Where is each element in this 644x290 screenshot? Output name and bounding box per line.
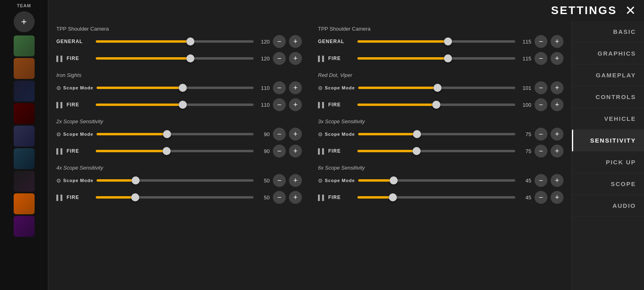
slider-thumb[interactable] bbox=[186, 54, 194, 62]
slider-thumb[interactable] bbox=[179, 101, 187, 109]
nav-item-vehicle[interactable]: VEHICLE bbox=[572, 108, 644, 130]
minus-button[interactable]: − bbox=[535, 191, 547, 204]
slider-track-container[interactable] bbox=[357, 40, 515, 43]
plus-button[interactable]: + bbox=[551, 81, 564, 94]
slider-label: ⊙ Scope Mode bbox=[318, 131, 355, 137]
slider-track-container[interactable] bbox=[96, 104, 254, 106]
slider-track-container[interactable] bbox=[96, 40, 254, 43]
avatar[interactable] bbox=[14, 81, 35, 102]
slider-thumb[interactable] bbox=[389, 193, 397, 201]
slider-thumb[interactable] bbox=[444, 37, 452, 46]
slider-track-container[interactable] bbox=[357, 150, 515, 152]
slider-track-container[interactable] bbox=[358, 179, 515, 182]
avatar[interactable] bbox=[14, 58, 35, 79]
slider-track-container[interactable] bbox=[357, 104, 515, 106]
plus-button[interactable]: + bbox=[551, 98, 564, 111]
slider-track-container[interactable] bbox=[358, 87, 515, 89]
minus-button[interactable]: − bbox=[273, 81, 286, 94]
minus-button[interactable]: − bbox=[535, 145, 547, 157]
fire-label: FIRE bbox=[328, 148, 341, 154]
nav-item-basic[interactable]: BASIC bbox=[572, 21, 644, 43]
plus-button[interactable]: + bbox=[551, 145, 564, 157]
slider-track-container[interactable] bbox=[357, 57, 515, 60]
slider-value: 90 bbox=[257, 131, 270, 137]
plus-button[interactable]: + bbox=[289, 81, 302, 94]
close-button[interactable]: ✕ bbox=[625, 4, 636, 17]
nav-item-controls[interactable]: CONTROLS bbox=[572, 86, 644, 108]
slider-thumb[interactable] bbox=[131, 193, 139, 201]
minus-button[interactable]: − bbox=[273, 128, 286, 141]
avatar[interactable] bbox=[14, 216, 35, 237]
fire-label: FIRE bbox=[66, 56, 79, 61]
slider-thumb[interactable] bbox=[163, 130, 171, 138]
avatar[interactable] bbox=[14, 171, 35, 192]
slider-track-container[interactable] bbox=[97, 87, 254, 89]
slider-row: ▌▌ FIRE 45 − + bbox=[318, 191, 564, 204]
slider-track-container[interactable] bbox=[97, 179, 254, 182]
slider-thumb[interactable] bbox=[186, 37, 194, 46]
plus-button[interactable]: + bbox=[551, 35, 564, 48]
fire-icon: ▌▌ bbox=[56, 56, 64, 62]
slider-thumb[interactable] bbox=[413, 147, 421, 155]
plus-button[interactable]: + bbox=[551, 52, 564, 65]
plus-button[interactable]: + bbox=[289, 191, 302, 204]
scope-mode-label: Scope Mode bbox=[325, 132, 355, 137]
scope-icon: ⊙ bbox=[56, 178, 61, 184]
minus-button[interactable]: − bbox=[535, 174, 547, 187]
slider-track bbox=[96, 150, 254, 152]
plus-button[interactable]: + bbox=[289, 145, 302, 157]
slider-thumb[interactable] bbox=[432, 101, 440, 109]
minus-button[interactable]: − bbox=[273, 35, 286, 48]
slider-fill bbox=[358, 87, 438, 89]
nav-item-sensitivity[interactable]: SENSITIVITY bbox=[572, 130, 644, 151]
plus-button[interactable]: + bbox=[289, 174, 302, 187]
slider-track-container[interactable] bbox=[358, 133, 515, 135]
slider-thumb[interactable] bbox=[413, 130, 421, 138]
nav-item-audio[interactable]: AUDIO bbox=[572, 195, 644, 217]
plus-button[interactable]: + bbox=[289, 52, 302, 65]
slider-track-container[interactable] bbox=[96, 57, 254, 60]
slider-track bbox=[96, 196, 254, 199]
nav-item-gameplay[interactable]: GAMEPLAY bbox=[572, 64, 644, 86]
minus-button[interactable]: − bbox=[273, 145, 286, 157]
add-team-button[interactable]: + bbox=[14, 11, 35, 32]
minus-button[interactable]: − bbox=[535, 98, 547, 111]
minus-button[interactable]: − bbox=[273, 174, 286, 187]
slider-row: GENERAL 120 − + bbox=[56, 35, 302, 48]
slider-track-container[interactable] bbox=[97, 133, 254, 135]
slider-track-container[interactable] bbox=[96, 196, 254, 199]
slider-fill bbox=[96, 57, 190, 60]
minus-button[interactable]: − bbox=[273, 191, 286, 204]
avatar[interactable] bbox=[14, 148, 35, 169]
minus-button[interactable]: − bbox=[273, 98, 286, 111]
plus-button[interactable]: + bbox=[551, 191, 564, 204]
plus-button[interactable]: + bbox=[551, 174, 564, 187]
minus-button[interactable]: − bbox=[535, 35, 547, 48]
slider-thumb[interactable] bbox=[390, 176, 398, 184]
nav-item-pickup[interactable]: PICK UP bbox=[572, 151, 644, 173]
plus-button[interactable]: + bbox=[289, 98, 302, 111]
avatar[interactable] bbox=[14, 193, 35, 214]
minus-button[interactable]: − bbox=[535, 81, 547, 94]
right-nav: BASIC GRAPHICS GAMEPLAY CONTROLS VEHICLE… bbox=[572, 21, 644, 290]
avatar[interactable] bbox=[14, 126, 35, 147]
nav-item-graphics[interactable]: GRAPHICS bbox=[572, 43, 644, 64]
slider-thumb[interactable] bbox=[433, 84, 442, 92]
scope-icon: ⊙ bbox=[318, 85, 323, 91]
plus-button[interactable]: + bbox=[551, 128, 564, 141]
minus-button[interactable]: − bbox=[273, 52, 286, 65]
plus-button[interactable]: + bbox=[289, 128, 302, 141]
slider-track-container[interactable] bbox=[357, 196, 515, 199]
minus-button[interactable]: − bbox=[535, 52, 547, 65]
minus-button[interactable]: − bbox=[535, 128, 547, 141]
avatar[interactable] bbox=[14, 35, 35, 56]
section-title-6x: 6x Scope Sensitivity bbox=[318, 165, 564, 171]
nav-item-scope[interactable]: SCOPE bbox=[572, 173, 644, 195]
slider-thumb[interactable] bbox=[444, 54, 452, 62]
plus-button[interactable]: + bbox=[289, 35, 302, 48]
slider-track-container[interactable] bbox=[96, 150, 254, 152]
slider-thumb[interactable] bbox=[163, 147, 171, 155]
avatar[interactable] bbox=[14, 103, 35, 124]
slider-thumb[interactable] bbox=[179, 84, 187, 92]
slider-thumb[interactable] bbox=[132, 176, 140, 184]
